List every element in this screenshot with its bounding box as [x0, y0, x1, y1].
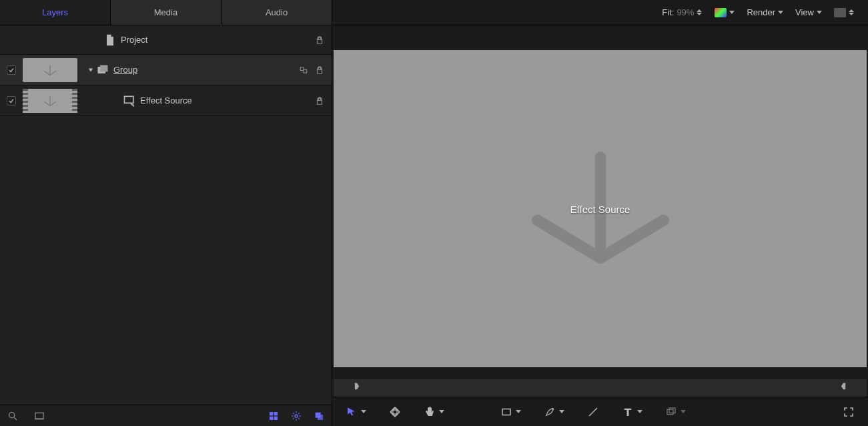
view-menu[interactable]: View — [795, 7, 822, 17]
layout-swatch-icon — [834, 8, 846, 17]
canvas[interactable]: Effect Source — [334, 50, 867, 367]
disclosure-triangle[interactable] — [85, 67, 96, 73]
lock-icon[interactable] — [314, 35, 325, 45]
color-channel-menu[interactable] — [715, 8, 735, 17]
group-label: Group — [113, 65, 137, 75]
isolate-icon[interactable] — [298, 65, 309, 75]
project-icon — [103, 33, 117, 47]
layers-panel-footer — [0, 405, 332, 426]
svg-rect-5 — [304, 69, 307, 73]
mark-out-icon[interactable] — [840, 382, 847, 395]
canvas-placeholder-label: Effect Source — [570, 203, 630, 214]
row-effect-source[interactable]: Effect Source — [0, 85, 332, 116]
row-project[interactable]: Project — [0, 25, 332, 55]
stepper-icon — [697, 8, 703, 17]
svg-rect-4 — [300, 67, 304, 70]
lock-icon[interactable] — [314, 65, 325, 75]
svg-rect-26 — [667, 409, 673, 415]
chevron-down-icon — [681, 410, 686, 413]
chevron-down-icon — [559, 410, 564, 413]
chevron-down-icon — [637, 410, 642, 413]
render-menu[interactable]: Render — [747, 7, 783, 17]
canvas-wrap: Effect Source — [332, 25, 868, 397]
select-tool[interactable] — [346, 406, 366, 418]
text-tool[interactable] — [622, 406, 642, 418]
svg-point-8 — [9, 412, 15, 417]
show-filters-icon[interactable] — [268, 410, 280, 422]
mask-tool[interactable] — [665, 406, 686, 418]
visibility-checkbox-effect-source[interactable] — [7, 96, 16, 105]
line-tool[interactable] — [587, 406, 599, 418]
tab-media[interactable]: Media — [111, 0, 222, 25]
svg-rect-12 — [270, 412, 273, 415]
view-layout-menu[interactable] — [834, 8, 855, 17]
show-behaviors-icon[interactable] — [290, 410, 302, 422]
tab-audio[interactable]: Audio — [222, 0, 332, 25]
effect-source-layer-icon — [123, 94, 136, 108]
panel-tabs: Layers Media Audio — [0, 0, 332, 25]
svg-rect-14 — [270, 416, 273, 419]
svg-rect-13 — [274, 412, 278, 415]
svg-point-22 — [390, 407, 400, 417]
zoom-fit-control[interactable]: Fit: 99% — [662, 7, 703, 17]
search-icon[interactable] — [7, 410, 19, 422]
svg-rect-23 — [502, 409, 510, 415]
mini-timeline[interactable] — [334, 379, 867, 397]
pan-tool[interactable] — [424, 406, 444, 418]
row-group[interactable]: Group — [0, 55, 332, 85]
lock-icon[interactable] — [314, 95, 325, 106]
chevron-down-icon — [817, 11, 822, 14]
layers-panel: Layers Media Audio Project — [0, 0, 332, 426]
canvas-tools — [332, 397, 868, 426]
chevron-down-icon — [729, 11, 735, 14]
project-label: Project — [121, 35, 147, 45]
3d-transform-tool[interactable] — [389, 406, 401, 418]
svg-line-25 — [589, 408, 597, 416]
svg-point-24 — [552, 408, 554, 409]
layer-list: Project Group — [0, 25, 332, 405]
expand-canvas-icon[interactable] — [843, 406, 855, 418]
chevron-down-icon — [778, 11, 783, 14]
svg-marker-1 — [89, 68, 93, 71]
canvas-area: Fit: 99% Render View — [332, 0, 868, 426]
svg-rect-7 — [125, 96, 133, 103]
color-swatch-icon — [715, 8, 727, 17]
svg-point-16 — [295, 415, 298, 417]
svg-rect-18 — [318, 415, 323, 420]
tab-layers[interactable]: Layers — [0, 0, 111, 25]
svg-rect-15 — [274, 416, 278, 419]
show-masks-icon[interactable] — [313, 410, 325, 422]
svg-line-9 — [14, 417, 17, 420]
panel-maximize-icon[interactable] — [33, 410, 45, 422]
mark-in-icon[interactable] — [354, 382, 360, 395]
effect-source-thumbnail — [23, 89, 77, 113]
svg-rect-10 — [35, 413, 43, 419]
stepper-icon — [849, 8, 855, 17]
group-icon — [96, 63, 109, 77]
chevron-down-icon — [439, 410, 444, 413]
effect-source-label: Effect Source — [140, 95, 192, 105]
chevron-down-icon — [516, 410, 521, 413]
visibility-checkbox-group[interactable] — [7, 65, 16, 75]
pen-tool[interactable] — [544, 406, 564, 418]
canvas-toolbar: Fit: 99% Render View — [332, 0, 868, 25]
group-thumbnail — [23, 58, 77, 82]
svg-rect-3 — [100, 65, 108, 71]
chevron-down-icon — [361, 410, 366, 413]
rectangle-tool[interactable] — [500, 406, 521, 418]
svg-rect-27 — [669, 408, 675, 413]
